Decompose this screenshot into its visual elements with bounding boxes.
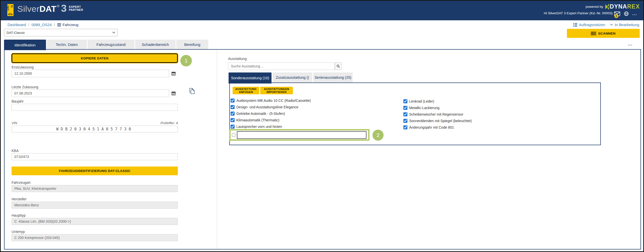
tab-techn-daten[interactable]: Techn. Daten: [47, 40, 87, 49]
equipment-checkbox[interactable]: [231, 125, 235, 129]
kba-input[interactable]: [12, 153, 178, 160]
user-greeting: Hi SilverDAT 3 Expert Partner (Kd.-Nr. 0…: [544, 11, 613, 15]
equipment-checkbox[interactable]: [231, 118, 235, 122]
copy-dates-icon[interactable]: [188, 87, 195, 95]
notes-list-icon: [573, 23, 577, 27]
equipment-option-label: Getriebe Automatik - (5-Stufen): [236, 112, 285, 116]
equipment-checkbox[interactable]: [403, 99, 407, 103]
tab-identifikation[interactable]: Identifikation: [4, 40, 46, 50]
equipment-checkbox[interactable]: [231, 105, 235, 109]
equipment-checkbox[interactable]: [231, 99, 235, 103]
scan-button[interactable]: SCANNEN: [567, 29, 640, 38]
scan-button-label: SCANNEN: [598, 32, 616, 35]
pruefziffer-label: Prüfziffer: 4: [160, 121, 178, 125]
baujahr-input[interactable]: [12, 104, 178, 111]
breadcrumb-order[interactable]: 0089_OS24: [32, 23, 52, 27]
equipment-option[interactable]: Änderungsjahr mit Code 801: [403, 125, 454, 130]
globe-icon[interactable]: [624, 11, 629, 16]
equipment-option-label: Lenkrad (Leder): [409, 99, 434, 103]
tab-schadenbereich[interactable]: Schadenbereich: [135, 40, 176, 49]
brand-reg-mark: ®: [57, 4, 59, 8]
messages-count-badge: 3: [614, 14, 618, 18]
vin-label: VIN: [12, 121, 17, 125]
main-tabs: Identifikation Techn. Daten Fahrzeugzust…: [4, 40, 208, 49]
silverdat-app: DAT SilverDAT®3 EXPERT PARTNER powered b…: [0, 0, 644, 252]
header-icon-group: 3 ...: [614, 11, 637, 16]
barcode-icon: [591, 32, 596, 35]
status-label: In Bearbeitung: [615, 23, 639, 27]
import-equipment-button[interactable]: AUSSTATTUNGEN IMPORTIEREN: [260, 87, 293, 94]
breadcrumb-dashboard[interactable]: Dashboard: [8, 23, 26, 27]
brand-expert: EXPERT: [69, 6, 83, 9]
baujahr-label: Baujahr: [12, 99, 24, 103]
add-equipment-button[interactable]: AUSSTATTUNG ANFÜGEN: [233, 87, 259, 94]
hand-icon: [11, 5, 13, 8]
kba-label: KBA: [12, 149, 19, 153]
equipment-checkbox[interactable]: [403, 119, 407, 123]
tab-sonderausstattung[interactable]: Sonderausstattung (10): [229, 72, 272, 83]
fahrzeugart-input: [12, 185, 178, 192]
annotation-circle-2: 2: [372, 130, 384, 141]
equipment-option-label: Design- und Ausstattungslinie Elegance: [236, 105, 298, 109]
breadcrumb-separator: /: [28, 23, 29, 27]
equipment-checkbox[interactable]: [403, 112, 407, 116]
copy-data-button[interactable]: KOPIERE DATEN: [12, 53, 178, 63]
new-equipment-input[interactable]: [237, 131, 366, 139]
erstzulassung-calendar-button[interactable]: [169, 70, 178, 77]
calendar-icon: [172, 92, 176, 95]
equipment-option-label: Audiosystem MB Audio 10 CC (Radio/Casset…: [236, 99, 311, 103]
vin-input[interactable]: [12, 126, 178, 132]
tab-zusatzausstattung[interactable]: Zusatzausstattung (): [273, 72, 312, 82]
equipment-search-input[interactable]: [228, 62, 335, 70]
erstzulassung-field-wrap: [12, 70, 178, 77]
letzte-zulassung-calendar-button[interactable]: [169, 90, 178, 97]
new-equipment-row-highlight: [229, 129, 369, 141]
erstzulassung-label: Erstzulassung: [12, 65, 34, 69]
equipment-option[interactable]: Scheibenwischer mit Regensensor: [403, 112, 463, 117]
identification-panel: KOPIERE DATEN 1 Erstzulassung Letzte Zul…: [4, 49, 641, 249]
equipment-option[interactable]: Audiosystem MB Audio 10 CC (Radio/Casset…: [231, 98, 311, 103]
breadcrumb-current: Fahrzeug: [57, 23, 78, 27]
status-dropdown[interactable]: In Bearbeitung: [610, 23, 639, 27]
tab-serienausstattung[interactable]: Serienausstattung (25): [313, 72, 353, 82]
car-icon: [8, 13, 13, 15]
letzte-zulassung-input[interactable]: [12, 90, 178, 97]
vehicle-identification-button[interactable]: FAHRZEUGIDENTIFIZIERUNG DAT-CLASSIC: [12, 166, 178, 175]
tab-bereifung[interactable]: Bereifung: [176, 40, 208, 49]
header-more-button[interactable]: ...: [632, 13, 637, 15]
equipment-option[interactable]: Klimaautomatik (Thermatic): [231, 118, 279, 122]
equipment-option[interactable]: Design- und Ausstattungslinie Elegance: [231, 105, 298, 109]
breadcrumb: Dashboard / 0089_OS24 / Fahrzeug: [8, 23, 78, 27]
equipment-option[interactable]: Lautsprecher vorn und hinten: [231, 124, 282, 129]
calculation-type-select[interactable]: DAT-Classic: [4, 29, 118, 36]
hersteller-label: Hersteller: [12, 197, 27, 201]
erstzulassung-input[interactable]: [12, 70, 178, 77]
order-notes-label: Auftragsnotizen: [579, 23, 605, 27]
vendor-dyna: DYNA: [610, 3, 627, 10]
tab-fahrzeugzustand[interactable]: Fahrzeugzustand: [88, 40, 134, 49]
equipment-checkbox[interactable]: [403, 125, 407, 129]
equipment-option[interactable]: Metallic-Lackierung: [403, 106, 440, 110]
chevron-down-icon: [610, 24, 613, 26]
equipment-option-label: Metallic-Lackierung: [409, 106, 440, 110]
equipment-checkbox[interactable]: [231, 112, 235, 116]
vin-row: VIN Prüfziffer: 4: [12, 121, 178, 125]
letzte-zulassung-field-wrap: [12, 90, 178, 97]
equipment-search-button[interactable]: [335, 62, 342, 70]
equipment-option[interactable]: Sonnenblenden mit Spiegel (beleuchtet): [403, 119, 472, 123]
messages-button[interactable]: 3: [614, 12, 620, 16]
equipment-option-label: Lautsprecher vorn und hinten: [236, 125, 282, 129]
equipment-option-label: Sonnenblenden mit Spiegel (beleuchtet): [409, 119, 472, 123]
equipment-option[interactable]: Lenkrad (Leder): [403, 99, 434, 104]
column-divider: [217, 50, 217, 249]
equipment-option[interactable]: Getriebe Automatik - (5-Stufen): [231, 111, 285, 116]
new-equipment-checkbox[interactable]: [232, 133, 235, 137]
brand-partner: PARTNER: [69, 9, 83, 12]
equipment-checkbox[interactable]: [403, 106, 407, 110]
equipment-tabs: Sonderausstattung (10) Zusatzausstattung…: [229, 72, 353, 82]
tabs-more-button[interactable]: ...: [628, 42, 633, 46]
fahrzeugart-label: Fahrzeugart: [12, 181, 30, 185]
order-notes-link[interactable]: Auftragsnotizen: [573, 23, 605, 27]
brand-silver: Silver: [17, 4, 39, 14]
brand-subtitle: EXPERT PARTNER: [69, 6, 83, 11]
